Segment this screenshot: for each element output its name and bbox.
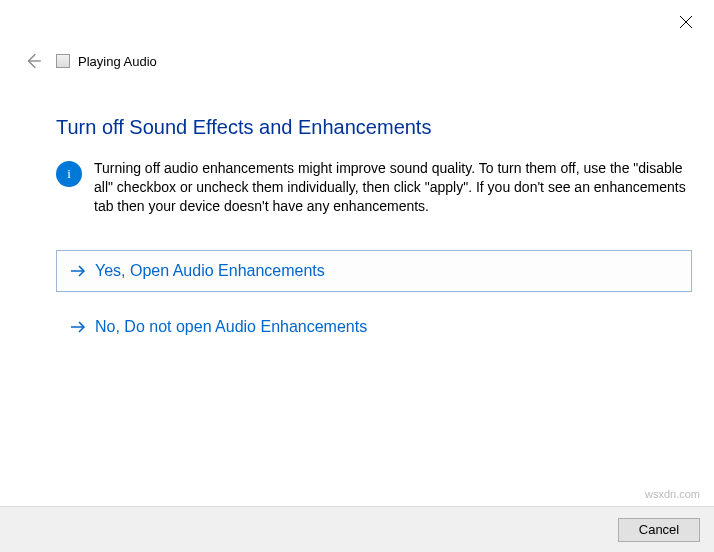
- info-row: i Turning off audio enhancements might i…: [56, 159, 692, 216]
- info-text: Turning off audio enhancements might imp…: [94, 159, 692, 216]
- header-title: Playing Audio: [78, 54, 157, 69]
- watermark: wsxdn.com: [645, 488, 700, 500]
- option-yes-open-enhancements[interactable]: Yes, Open Audio Enhancements: [56, 250, 692, 292]
- footer: Cancel: [0, 506, 714, 552]
- arrow-right-icon: [69, 262, 87, 280]
- back-arrow-icon[interactable]: [24, 52, 42, 70]
- info-icon: i: [56, 161, 82, 187]
- close-button[interactable]: [678, 14, 694, 30]
- arrow-right-icon: [69, 318, 87, 336]
- page-heading: Turn off Sound Effects and Enhancements: [56, 116, 692, 139]
- option-yes-label: Yes, Open Audio Enhancements: [95, 262, 325, 280]
- option-no-open-enhancements[interactable]: No, Do not open Audio Enhancements: [56, 306, 692, 348]
- cancel-button[interactable]: Cancel: [618, 518, 700, 542]
- option-no-label: No, Do not open Audio Enhancements: [95, 318, 367, 336]
- content-area: Turn off Sound Effects and Enhancements …: [56, 116, 692, 362]
- header: Playing Audio: [24, 52, 157, 70]
- audio-icon: [56, 54, 70, 68]
